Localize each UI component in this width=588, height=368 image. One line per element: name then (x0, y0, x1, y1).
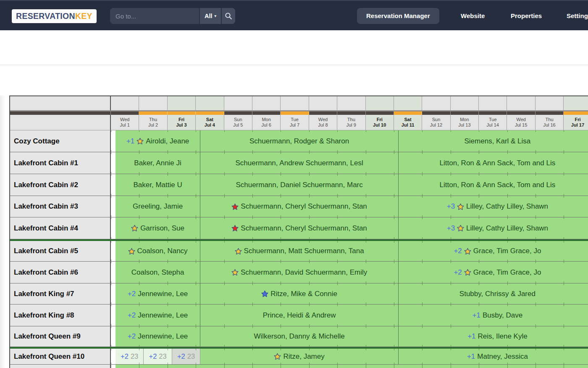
reservation-bar[interactable]: Schuermann, Daniel Schuermann, Marc (200, 174, 399, 196)
reservation-bar[interactable]: +2Jennewine, Lee (116, 283, 200, 304)
reservation-bar[interactable]: +1Matney, Jessica (399, 349, 588, 364)
room-name-1[interactable]: Cozy Cottage (10, 130, 111, 152)
day-header-jul-3[interactable]: FriJul 3 (168, 115, 196, 130)
reservation-bar[interactable]: +2Jennewine, Lee (116, 326, 200, 347)
room-name-9[interactable]: Lakefront King #8 (10, 304, 111, 326)
season-stripe-highlight (564, 111, 588, 115)
room-name-4[interactable]: Lakefront Cabin #3 (10, 196, 111, 217)
reservation-bar[interactable]: Baker, Mattie U (116, 174, 200, 196)
reservation-bar[interactable]: +3Lilley, Cathy Lilley, Shawn (399, 217, 588, 239)
reservation-bar[interactable]: Coalson, Nancy (116, 241, 200, 261)
reservation-bar[interactable]: Prince, Heidi & Andrew (200, 304, 399, 326)
reservationkey-logo[interactable]: RESERVATIONKEY (12, 9, 97, 23)
reservation-bar[interactable]: +2Jennewine, Lee (116, 304, 200, 326)
season-stripe-highlight (168, 111, 196, 115)
reservation-bar[interactable]: Greeling, Jamie (116, 196, 200, 217)
room-name-7[interactable]: Lakefront Cabin #6 (10, 262, 111, 283)
day-of-week-label: Sat (206, 117, 213, 122)
nav-link-properties[interactable]: Properties (511, 12, 542, 19)
day-header-jul-15[interactable]: WedJul 15 (507, 115, 535, 130)
day-header-jul-1[interactable]: WedJul 1 (111, 115, 139, 130)
day-spacer-cell (451, 96, 479, 111)
day-of-week-label: Mon (460, 117, 469, 122)
reservation-bar[interactable]: Wilkerson, Danny & Michelle (200, 326, 399, 347)
room-day-area: +2Jennewine, LeeWilkerson, Danny & Miche… (111, 326, 588, 347)
day-header-jul-10[interactable]: FriJul 10 (366, 115, 394, 130)
gold-star-icon (128, 248, 135, 255)
room-name-peek (10, 365, 111, 368)
day-label-room-cell (10, 115, 111, 130)
day-header-jul-11[interactable]: SatJul 11 (394, 115, 422, 130)
reservation-bar[interactable]: Coalson, Stepha (116, 262, 200, 283)
reservation-bar[interactable]: +1Reis, Ilene Kyle (399, 326, 588, 347)
day-date-label: Jul 16 (543, 122, 555, 128)
room-name-6[interactable]: Lakefront Cabin #5 (10, 241, 111, 261)
day-spacer-cell (536, 96, 564, 111)
nav-link-website[interactable]: Website (461, 12, 485, 19)
reservation-bar[interactable]: Litton, Ron & Ann Sack, Tom and Lis (399, 174, 588, 196)
day-header-jul-5[interactable]: SunJul 5 (224, 115, 252, 130)
day-spacer-cell (139, 96, 167, 111)
reservation-bar[interactable]: Litton, Ron & Ann Sack, Tom and Lis (399, 152, 588, 174)
section-tabbar: [T][S] AvailabilityReservationsGuestsRep… (0, 30, 588, 65)
gold-star-icon (235, 248, 242, 255)
guest-count-badge: +3 (447, 202, 455, 211)
room-name-5[interactable]: Lakefront Cabin #4 (10, 217, 111, 239)
global-search: All ▾ (110, 8, 235, 24)
reservation-bar[interactable]: Schuermann, Matt Schuermann, Tana (200, 241, 399, 261)
room-name-2[interactable]: Lakefront Cabin #1 (10, 152, 111, 174)
search-scope-dropdown[interactable]: All ▾ (199, 8, 221, 24)
day-of-week-label: Sun (234, 117, 242, 122)
reservation-bar[interactable]: Siemens, Karl & Lisa (399, 130, 588, 152)
available-day-cell[interactable]: +223 (116, 349, 144, 364)
reservation-bar[interactable]: Schuermann, Cheryl Schuermann, Stan (200, 196, 399, 217)
nav-link-settings[interactable]: Settings (567, 12, 588, 19)
reservation-bar[interactable]: Schuermann, Rodger & Sharon (200, 130, 399, 152)
day-header-jul-16[interactable]: ThuJul 16 (536, 115, 564, 130)
day-header-jul-17[interactable]: FriJul 17 (564, 115, 588, 130)
day-header-jul-14[interactable]: TueJul 14 (479, 115, 507, 130)
day-header-jul-9[interactable]: ThuJul 9 (337, 115, 365, 130)
reservation-bar[interactable]: Stubby, Chrissy & Jared (399, 283, 588, 304)
reservation-bar[interactable]: Ritze, Mike & Connie (200, 283, 399, 304)
reservation-manager-button[interactable]: Reservation Manager (357, 8, 439, 24)
day-of-week-label: Thu (347, 117, 355, 122)
reservation-bar[interactable]: Schuermann, Cheryl Schuermann, Stan (200, 217, 399, 239)
room-name-11[interactable]: Lakefront Queen #10 (10, 349, 111, 364)
reservation-bar[interactable]: +2Grace, Tim Grace, Jo (399, 241, 588, 261)
room-name-3[interactable]: Lakefront Cabin #2 (10, 174, 111, 196)
guest-name: Schuermann, David Schuermann, Emily (241, 268, 367, 277)
blue-star-icon (261, 290, 268, 297)
search-input[interactable] (110, 8, 199, 24)
reservation-bar[interactable]: Schuermann, Andrew Schuermann, Lesl (200, 152, 399, 174)
reservation-bar[interactable]: Baker, Annie Ji (116, 152, 200, 174)
room-row: Lakefront Cabin #1Baker, Annie JiSchuerm… (10, 152, 588, 174)
grid-header-spacer-row (10, 96, 588, 111)
day-spacer-cell (111, 96, 139, 111)
available-day-cell[interactable]: +223 (144, 349, 172, 364)
availability-badge: +2 (177, 352, 185, 360)
room-name-8[interactable]: Lakefront King #7 (10, 283, 111, 304)
reservation-bar[interactable]: +2Grace, Tim Grace, Jo (399, 262, 588, 283)
guest-name: Airoldi, Jeane (146, 137, 189, 146)
reservation-bar[interactable]: +1Airoldi, Jeane (116, 130, 200, 152)
reservation-bar[interactable]: +3Lilley, Cathy Lilley, Shawn (399, 196, 588, 217)
day-header-jul-4[interactable]: SatJul 4 (196, 115, 224, 130)
day-header-jul-2[interactable]: ThuJul 2 (139, 115, 167, 130)
reservation-bar[interactable]: Ritze, Jamey (200, 349, 399, 364)
day-header-jul-12[interactable]: SunJul 12 (422, 115, 450, 130)
reservation-bar[interactable] (116, 365, 588, 368)
day-header-jul-7[interactable]: TueJul 7 (281, 115, 309, 130)
reservation-bar[interactable]: Garrison, Sue (116, 217, 200, 239)
room-day-area: Garrison, SueSchuermann, Cheryl Schuerma… (111, 217, 588, 239)
day-of-week-label: Fri (178, 117, 184, 122)
day-header-jul-6[interactable]: MonJul 6 (252, 115, 281, 130)
day-header-jul-13[interactable]: MonJul 13 (451, 115, 479, 130)
reservation-bar[interactable]: Schuermann, David Schuermann, Emily (200, 262, 399, 283)
reservation-bar[interactable]: +1Busby, Dave (399, 304, 588, 326)
search-button[interactable] (221, 8, 235, 24)
room-name-10[interactable]: Lakefront Queen #9 (10, 326, 111, 347)
guest-name: Matney, Jessica (477, 352, 528, 361)
available-day-cell[interactable]: +223 (172, 349, 200, 364)
day-header-jul-8[interactable]: WedJul 8 (309, 115, 337, 130)
